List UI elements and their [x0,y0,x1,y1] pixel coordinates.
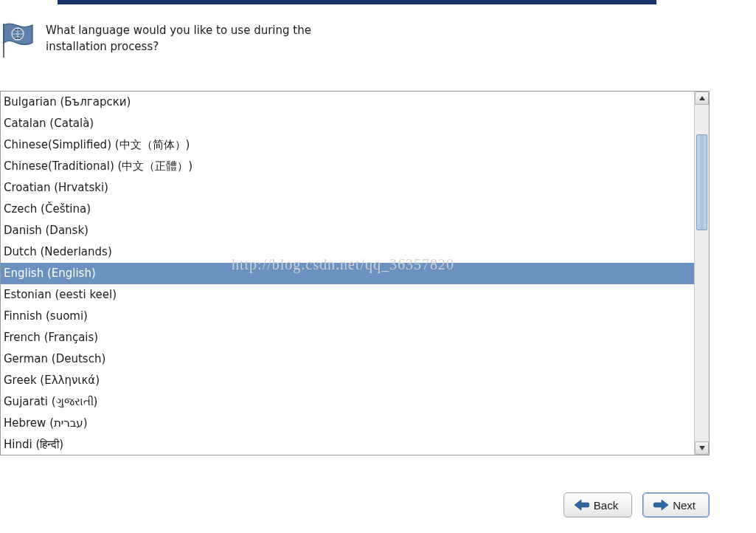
language-option[interactable]: Chinese(Simplified) (中文（简体）) [1,134,694,156]
button-row: Back Next [563,492,710,517]
scrollbar[interactable] [694,92,709,455]
language-option[interactable]: French (Français) [1,327,694,348]
language-option[interactable]: Dutch (Nederlands) [1,241,694,263]
language-option[interactable]: Estonian (eesti keel) [1,284,694,306]
language-option[interactable]: Croatian (Hrvatski) [1,177,694,199]
back-button[interactable]: Back [563,492,632,517]
arrow-right-icon [653,500,668,510]
next-button[interactable]: Next [642,492,710,517]
language-option[interactable]: Chinese(Traditional) (中文（正體）) [1,156,694,177]
language-option[interactable]: Finnish (suomi) [1,306,694,327]
list-viewport: Bulgarian (Български)Catalan (Català)Chi… [1,92,694,455]
scroll-up-button[interactable] [695,92,709,105]
back-button-label: Back [594,499,618,512]
next-button-label: Next [673,499,696,512]
top-banner [58,0,656,4]
language-option[interactable]: Hindi (हिन्दी) [1,434,694,455]
language-option[interactable]: Czech (Čeština) [1,199,694,220]
header: What language would you like to use duri… [0,22,348,59]
language-option[interactable]: German (Deutsch) [1,348,694,370]
scroll-thumb[interactable] [696,134,707,230]
language-option[interactable]: Greek (Ελληνικά) [1,370,694,391]
language-option[interactable]: Danish (Dansk) [1,220,694,241]
language-option[interactable]: Gujarati (ગુજરાતી) [1,391,694,413]
language-option[interactable]: English (English) [1,263,694,284]
language-option[interactable]: Hebrew (עברית) [1,413,694,434]
language-list: Bulgarian (Български)Catalan (Català)Chi… [0,91,710,455]
language-option[interactable]: Catalan (Català) [1,113,694,134]
prompt-text: What language would you like to use duri… [46,22,348,55]
language-option[interactable]: Bulgarian (Български) [1,92,694,113]
globe-flag-icon [0,22,35,59]
scroll-down-button[interactable] [695,441,709,455]
arrow-left-icon [575,500,589,510]
